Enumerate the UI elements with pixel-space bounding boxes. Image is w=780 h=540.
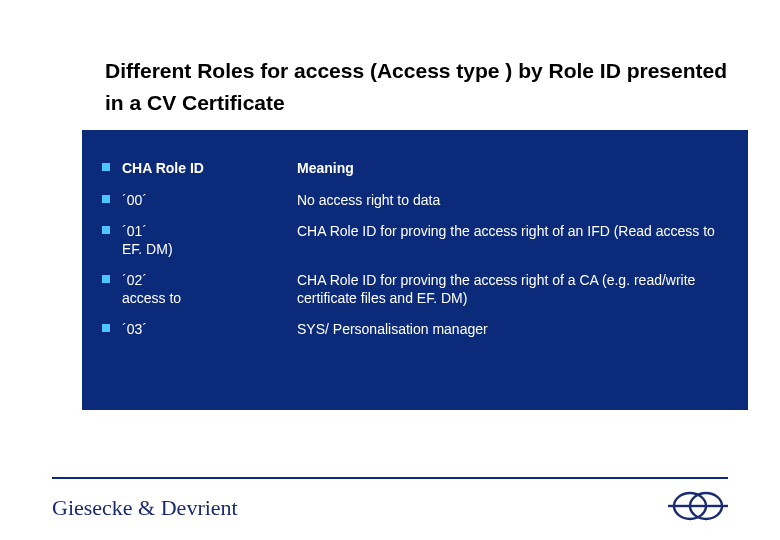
square-bullet-icon [102, 192, 122, 203]
svg-rect-3 [102, 275, 110, 283]
cell-meaning: CHA Role ID for proving the access right… [297, 272, 728, 307]
svg-rect-0 [102, 163, 110, 171]
brand-text: Giesecke & Devrient [52, 495, 238, 521]
table-row: ´02´ access to CHA Role ID for proving t… [102, 272, 728, 307]
cell-meaning: No access right to data [297, 192, 728, 210]
table-row: ´01´ EF. DM) CHA Role ID for proving the… [102, 223, 728, 258]
footer-separator [52, 477, 728, 479]
square-bullet-icon [102, 160, 122, 171]
square-bullet-icon [102, 321, 122, 332]
gd-logo-icon [668, 490, 728, 522]
header-right: Meaning [297, 160, 728, 178]
svg-rect-1 [102, 195, 110, 203]
cell-roleid: ´01´ EF. DM) [122, 223, 297, 258]
svg-rect-2 [102, 226, 110, 234]
cell-meaning: CHA Role ID for proving the access right… [297, 223, 728, 241]
table-row: ´00´ No access right to data [102, 192, 728, 210]
cell-roleid: ´02´ access to [122, 272, 297, 307]
svg-rect-7 [668, 505, 728, 507]
square-bullet-icon [102, 223, 122, 234]
table-header-row: CHA Role ID Meaning [102, 160, 728, 178]
table-row: ´03´ SYS/ Personalisation manager [102, 321, 728, 339]
svg-rect-4 [102, 324, 110, 332]
slide-title: Different Roles for access (Access type … [105, 55, 740, 118]
square-bullet-icon [102, 272, 122, 283]
role-table: CHA Role ID Meaning ´00´ No access right… [82, 130, 748, 410]
header-left: CHA Role ID [122, 160, 297, 178]
cell-meaning: SYS/ Personalisation manager [297, 321, 728, 339]
cell-roleid: ´00´ [122, 192, 297, 210]
cell-roleid: ´03´ [122, 321, 297, 339]
